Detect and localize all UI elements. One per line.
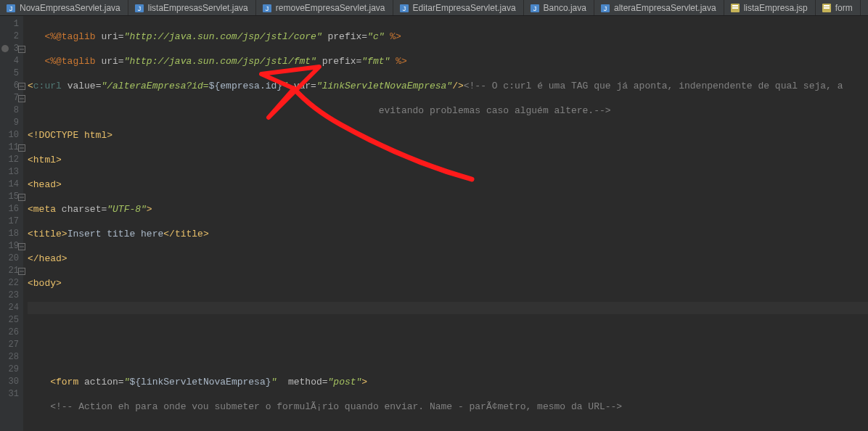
gutter-line[interactable]: 29 <box>0 364 23 376</box>
code-line: <c:url value="/alteraEmpresa?id=${empres… <box>28 80 868 92</box>
gutter-line[interactable]: 9 <box>0 117 23 129</box>
gutter-line[interactable]: 28 <box>0 351 23 364</box>
code-line: </head> <box>28 253 868 265</box>
gutter-line[interactable]: 2 <box>0 30 23 43</box>
editor-tab[interactable]: JremoveEmpresaServlet.java <box>256 0 393 15</box>
gutter-line[interactable]: 23 <box>0 290 23 302</box>
file-java-icon: J <box>530 3 540 13</box>
code-line: <!-- Action eh para onde vou submeter o … <box>28 401 868 413</box>
svg-rect-17 <box>824 7 830 9</box>
gutter-line[interactable]: 12 <box>0 154 23 166</box>
tab-label: NovaEmpresaServlet.java <box>20 3 120 13</box>
gutter: 1234567891011121314151617181920212223242… <box>0 16 23 431</box>
tab-label: alteraEmpresaServlet.java <box>614 3 716 13</box>
gutter-line[interactable]: 1 <box>0 18 23 30</box>
gutter-line[interactable]: 26 <box>0 327 23 339</box>
editor-tab[interactable]: JNovaEmpresaServlet.java <box>0 0 128 15</box>
editor-tab[interactable]: JBanco.java <box>524 0 594 15</box>
editor-tab[interactable]: JalteraEmpresaServlet.java <box>594 0 724 15</box>
code-area[interactable]: <%@taglib uri="http://java.sun.com/jsp/j… <box>23 16 868 431</box>
code-line: <%@taglib uri="http://java.sun.com/jsp/j… <box>28 30 868 43</box>
gutter-line[interactable]: 24 <box>0 302 23 314</box>
svg-rect-14 <box>732 7 738 9</box>
svg-text:J: J <box>9 5 13 12</box>
gutter-line[interactable]: 4 <box>0 55 23 67</box>
editor-tab[interactable]: JEditarEmpresaServlet.java <box>393 0 524 15</box>
editor-tabs: JNovaEmpresaServlet.javaJlistaEmpresasSe… <box>0 0 868 16</box>
svg-text:J: J <box>604 5 607 12</box>
tab-label: form <box>835 3 853 13</box>
gutter-line[interactable]: 14 <box>0 178 23 191</box>
code-line: <body> <box>28 277 868 290</box>
code-line: <head> <box>28 178 868 191</box>
file-java-icon: J <box>399 3 409 13</box>
file-jsp-icon <box>730 3 740 13</box>
gutter-line[interactable]: 16 <box>0 203 23 216</box>
code-line: evitando problemas caso alguém altere.--… <box>28 104 868 117</box>
gutter-line[interactable]: 15 <box>0 191 23 203</box>
gutter-line[interactable]: 13 <box>0 166 23 178</box>
svg-text:J: J <box>137 5 141 12</box>
editor-tab[interactable]: form <box>816 0 861 15</box>
tab-label: removeEmpresaServlet.java <box>276 3 385 13</box>
file-java-icon: J <box>600 3 610 13</box>
tab-label: Banco.java <box>544 3 586 13</box>
gutter-line[interactable]: 30 <box>0 376 23 388</box>
file-java-icon: J <box>134 3 144 13</box>
code-line-current <box>28 302 868 314</box>
file-java-icon: J <box>6 3 16 13</box>
svg-text:J: J <box>533 5 536 12</box>
svg-rect-13 <box>732 5 738 7</box>
editor-tab[interactable]: listaEmpresa.jsp <box>724 0 816 15</box>
gutter-line[interactable]: 20 <box>0 253 23 265</box>
gutter-line[interactable]: 31 <box>0 388 23 401</box>
code-line: <!DOCTYPE html> <box>28 129 868 141</box>
file-jsp-icon <box>822 3 832 13</box>
code-line: <%@taglib uri="http://java.sun.com/jsp/j… <box>28 55 868 67</box>
code-line <box>28 425 868 431</box>
gutter-line[interactable]: 17 <box>0 216 23 228</box>
svg-text:J: J <box>266 5 269 12</box>
code-line: <form action="${linkServletNovaEmpresa}"… <box>28 376 868 388</box>
tab-label: EditarEmpresaServlet.java <box>413 3 516 13</box>
code-line: <title>Insert title here</title> <box>28 228 868 240</box>
gutter-line[interactable]: 3 <box>0 43 23 55</box>
gutter-line[interactable]: 22 <box>0 277 23 290</box>
code-line <box>28 351 868 364</box>
editor: 1234567891011121314151617181920212223242… <box>0 16 868 431</box>
breakpoint-icon[interactable] <box>1 45 9 52</box>
code-line: <meta charset="UTF-8"> <box>28 203 868 216</box>
gutter-line[interactable]: 8 <box>0 104 23 117</box>
gutter-line[interactable]: 21 <box>0 265 23 277</box>
file-java-icon: J <box>262 3 272 13</box>
gutter-line[interactable]: 6 <box>0 80 23 92</box>
gutter-line[interactable]: 19 <box>0 240 23 253</box>
gutter-line[interactable]: 25 <box>0 314 23 327</box>
svg-text:J: J <box>402 5 406 12</box>
code-line: <html> <box>28 154 868 166</box>
gutter-line[interactable]: 27 <box>0 339 23 351</box>
tab-label: listaEmpresa.jsp <box>744 3 808 13</box>
svg-rect-16 <box>824 5 830 7</box>
gutter-line[interactable]: 10 <box>0 129 23 141</box>
code-line <box>28 327 868 339</box>
editor-tab[interactable]: JlistaEmpresasServlet.java <box>128 0 256 15</box>
gutter-line[interactable]: 11 <box>0 141 23 154</box>
gutter-line[interactable]: 18 <box>0 228 23 240</box>
tab-label: listaEmpresasServlet.java <box>148 3 248 13</box>
gutter-line[interactable]: 7 <box>0 92 23 104</box>
gutter-line[interactable]: 5 <box>0 67 23 80</box>
